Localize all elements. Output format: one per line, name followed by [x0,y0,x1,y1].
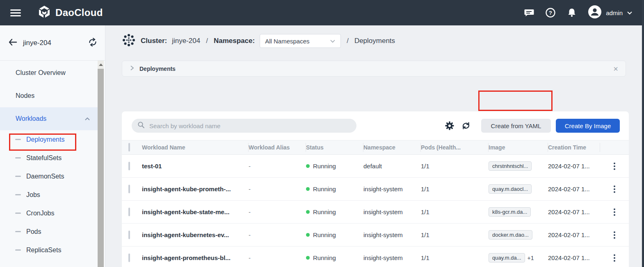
sidebar-item-replicasets[interactable]: ReplicaSets [0,241,98,259]
window-scrollbar[interactable] [642,0,644,267]
col-header-pods[interactable]: Pods (Health... [421,143,489,152]
image-tag[interactable]: k8s-gcr.m.da... [489,207,531,217]
settings-gear-icon[interactable] [445,121,454,130]
col-header-creation-time[interactable]: Creation Time [548,143,600,152]
image-tag[interactable]: chrstnhntschl... [489,161,532,171]
workload-alias: - [249,163,251,170]
col-header-workload-alias[interactable]: Workload Alias [249,143,306,152]
sidebar-item-workloads[interactable]: Workloads [0,107,98,130]
table-row[interactable]: insight-agent-kube-prometh-... - Running… [122,178,629,201]
sidebar-item-deployments[interactable]: Deployments [0,130,98,149]
sidebar-nav: Cluster Overview Nodes Workloads Deploym… [0,61,98,259]
table-row[interactable]: insight-agent-prometheus-bl... - Running… [122,247,629,267]
row-checkbox[interactable] [128,208,130,216]
daocloud-logo-icon [37,5,51,20]
row-checkbox[interactable] [128,253,130,262]
table-row[interactable]: insight-agent-kube-state-me... - Running… [122,201,629,224]
scroll-up-arrow-icon[interactable] [99,63,103,66]
topbar-actions: ? admin [524,5,644,20]
col-header-status[interactable]: Status [306,143,363,152]
table-row[interactable]: insight-agent-kubernetes-ev... - Running… [122,224,629,247]
status-dot-icon [306,256,310,260]
deployments-panel-bar[interactable]: Deployments × [122,61,626,77]
panel-title: Deployments [139,66,176,72]
sidebar-item-daemonsets[interactable]: DaemonSets [0,167,98,186]
col-header-image[interactable]: Image [489,143,548,152]
notification-bell-icon[interactable] [566,7,577,18]
back-arrow-icon[interactable] [8,38,17,48]
row-actions-kebab-icon[interactable] [612,230,617,240]
sidebar-item-label: StatefulSets [26,154,62,162]
help-icon[interactable]: ? [545,7,556,18]
status-dot-icon [306,164,310,168]
row-actions-kebab-icon[interactable] [612,253,617,263]
dash-icon [15,157,21,158]
col-header-actions [600,143,629,152]
sidebar-cluster-name: jinye-204 [23,39,88,47]
sidebar-item-jobs[interactable]: Jobs [0,186,98,204]
sidebar-item-label: Nodes [16,92,34,100]
workload-name[interactable]: insight-agent-kube-state-me... [142,208,229,215]
user-menu[interactable]: admin [588,5,633,20]
create-by-image-button[interactable]: Create By Image [556,119,620,133]
image-tag[interactable]: quay.m.daocl... [489,184,532,194]
brand-name: DaoCloud [55,7,103,18]
workload-alias: - [249,254,251,261]
sidebar-item-cluster-overview[interactable]: Cluster Overview [0,61,98,84]
sidebar-item-pods[interactable]: Pods [0,222,98,241]
sidebar-item-statefulsets[interactable]: StatefulSets [0,149,98,167]
search-input[interactable] [148,122,351,130]
breadcrumb-separator: / [206,37,208,45]
create-from-yaml-button[interactable]: Create from YAML [481,119,551,133]
sidebar-scrollbar-thumb[interactable] [98,69,104,267]
switch-cluster-icon[interactable] [88,37,98,49]
workload-name[interactable]: insight-agent-kubernetes-ev... [142,231,229,238]
col-header-workload-name[interactable]: Workload Name [142,143,249,152]
chevron-right-icon[interactable] [130,65,135,72]
select-all-checkbox[interactable] [128,143,130,152]
dash-icon [15,213,21,214]
top-bar: DaoCloud ? [0,0,644,25]
row-actions-kebab-icon[interactable] [612,184,617,195]
sidebar-item-nodes[interactable]: Nodes [0,84,98,107]
creation-time: 2024-02-07 1... [548,254,590,261]
sidebar-item-label: CronJobs [26,210,54,217]
sidebar-item-label: Cluster Overview [16,69,66,77]
chevron-up-icon[interactable] [84,117,90,121]
row-checkbox[interactable] [128,231,130,239]
sidebar-item-cronjobs[interactable]: CronJobs [0,204,98,222]
breadcrumb: Cluster: jinye-204 / Namespace: All Name… [122,32,644,50]
sidebar-scrollbar[interactable] [98,61,104,267]
row-checkbox[interactable] [128,185,130,193]
creation-time: 2024-02-07 1... [548,186,590,192]
brand-logo[interactable]: DaoCloud [37,5,103,20]
search-box[interactable] [132,119,356,133]
hamburger-menu-icon[interactable] [10,8,21,18]
namespace-label: Namespace: [214,37,255,45]
cluster-value[interactable]: jinye-204 [172,37,200,45]
pods-value: 1/1 [421,163,429,170]
workload-name[interactable]: insight-agent-prometheus-bl... [142,254,231,261]
image-tag[interactable]: docker.m.dao... [489,230,532,240]
toolbar-right: Create from YAML Create By Image [445,119,620,133]
status-text: Running [313,163,336,170]
user-name: admin [606,9,623,16]
table-row[interactable]: test-01 - Running default 1/1 chrstnhnts… [122,155,629,178]
creation-time: 2024-02-07 1... [548,163,590,170]
row-actions-kebab-icon[interactable] [612,161,617,172]
namespace-value: insight-system [363,186,403,192]
row-checkbox[interactable] [128,162,130,170]
image-tag[interactable]: quay.m.da... [489,253,525,262]
breadcrumb-separator: / [347,37,349,45]
row-actions-kebab-icon[interactable] [612,207,617,217]
workload-name[interactable]: insight-agent-kube-prometh-... [142,186,231,192]
dash-icon [15,249,21,251]
refresh-icon[interactable] [461,121,471,131]
namespace-value: insight-system [363,231,403,238]
message-icon[interactable] [524,7,534,18]
workload-name[interactable]: test-01 [142,163,162,170]
close-icon[interactable]: × [613,65,618,73]
col-header-namespace[interactable]: Namespace [363,143,421,152]
namespace-select[interactable]: All Namespaces [260,34,341,48]
dash-icon [15,231,21,232]
